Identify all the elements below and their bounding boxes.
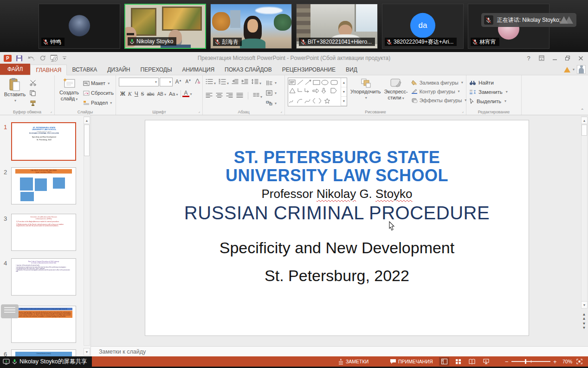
slide-thumbnail-6[interactable]: Criminal division (criteria) xyxy=(11,349,76,356)
bold-button[interactable]: Ж xyxy=(119,91,127,97)
slideshow-view-button[interactable] xyxy=(481,357,491,366)
slide-scrollbar[interactable] xyxy=(581,116,588,308)
grow-font-button[interactable]: А▲ xyxy=(174,79,183,85)
clear-formatting-button[interactable] xyxy=(194,79,200,85)
align-center-button[interactable] xyxy=(216,92,223,99)
customize-qat-button[interactable] xyxy=(63,56,66,60)
tab-file[interactable]: ФАЙЛ xyxy=(0,64,30,75)
scroll-up-button[interactable]: ▲ xyxy=(581,117,588,124)
shapes-scrollbar[interactable]: ▲▼▼ xyxy=(341,78,347,106)
previous-slide-button[interactable]: ▲▲ xyxy=(581,312,587,318)
slide-professor-line[interactable]: Professor Nikolay G. Stoyko xyxy=(145,187,529,201)
zoom-in-button[interactable]: + xyxy=(553,356,557,367)
dialog-launcher[interactable] xyxy=(49,109,53,114)
zoom-level[interactable]: 70% xyxy=(562,356,572,367)
align-text-button[interactable] xyxy=(266,89,277,97)
minimize-button[interactable] xyxy=(548,52,561,64)
ribbon-display-options-button[interactable] xyxy=(535,52,548,64)
participant-tile-bit-student[interactable]: BIT+3820221041+Hiero... xyxy=(296,4,378,49)
format-painter-button[interactable] xyxy=(30,100,37,108)
cut-button[interactable] xyxy=(30,79,37,88)
activation-warning-icon[interactable] xyxy=(564,67,570,72)
slide-sorter-view-button[interactable] xyxy=(453,357,463,366)
start-slideshow-button[interactable] xyxy=(50,55,58,62)
strikethrough-button[interactable]: S xyxy=(140,91,146,98)
zoom-slider[interactable] xyxy=(511,356,550,367)
shape-effects-button[interactable]: Эффекты фигуры xyxy=(411,97,467,104)
change-case-button[interactable]: Aa xyxy=(168,91,179,97)
columns-button[interactable] xyxy=(253,92,262,99)
collapse-ribbon-button[interactable]: ⌃ xyxy=(581,108,584,113)
paste-button[interactable]: Вставить xyxy=(3,78,27,107)
participant-tile-saida[interactable]: da 3820222049+赛达+Ari... xyxy=(382,4,464,49)
dialog-launcher[interactable] xyxy=(460,109,465,114)
tab-insert[interactable]: ВСТАВКА xyxy=(67,64,102,75)
scrollbar-thumb[interactable] xyxy=(582,125,587,136)
dialog-launcher[interactable] xyxy=(279,109,284,114)
underline-button[interactable]: Ч xyxy=(133,91,140,97)
slide-thumbnail-3[interactable]: Directions of codification of the Russia… xyxy=(11,214,76,251)
convert-to-smartart-button[interactable] xyxy=(266,99,277,107)
chevron-down-icon[interactable] xyxy=(190,92,192,96)
font-color-button[interactable]: А xyxy=(182,91,189,97)
font-name-select[interactable] xyxy=(119,78,159,86)
slide-subtitle-1[interactable]: Specificity and New Development xyxy=(145,239,529,257)
slide-canvas[interactable]: ST. PETERSBURG STATE UNIVERSITY LAW SCHO… xyxy=(145,120,529,336)
save-button[interactable] xyxy=(16,55,23,62)
slide-thumbnail-2[interactable]: THE FIRST POST-SOVIET REFORMS ('quiet' r… xyxy=(11,167,76,204)
section-button[interactable]: Раздел xyxy=(83,99,114,107)
scrollbar-thumb[interactable] xyxy=(84,125,90,156)
zoom-out-button[interactable]: − xyxy=(505,356,509,367)
justify-button[interactable] xyxy=(236,92,243,99)
arrange-button[interactable]: Упорядочить xyxy=(350,78,381,107)
comments-toggle-button[interactable]: ПРИМЕЧАНИЯ xyxy=(390,356,433,367)
notes-pane[interactable]: Заметки к слайду xyxy=(91,346,588,357)
shape-fill-button[interactable]: Заливка фигуры xyxy=(411,79,467,86)
slide-thumbnail-1[interactable]: ST. PETERSBURG STATE UNIVERSITY LAW SCHO… xyxy=(11,122,76,161)
normal-view-button[interactable] xyxy=(439,357,449,366)
participant-tile-nikolay-stoyko[interactable]: Nikolay Stoyko xyxy=(124,4,206,49)
chevron-down-icon[interactable] xyxy=(573,67,575,72)
next-slide-button[interactable]: ▼▼ xyxy=(581,322,587,328)
help-button[interactable]: ? xyxy=(522,52,535,64)
tab-design[interactable]: ДИЗАЙН xyxy=(102,64,135,75)
text-direction-button[interactable] xyxy=(266,79,277,87)
shrink-font-button[interactable]: А▼ xyxy=(184,79,193,84)
select-button[interactable]: Выделить xyxy=(469,97,519,105)
increase-indent-button[interactable] xyxy=(241,79,248,85)
participant-tile-penghaiqing[interactable]: 彭海青 xyxy=(210,4,292,49)
decrease-indent-button[interactable] xyxy=(232,79,239,85)
user-account-icon[interactable] xyxy=(577,65,586,74)
scroll-up-button[interactable]: ▲ xyxy=(84,117,90,124)
find-button[interactable]: Найти xyxy=(469,79,519,86)
shapes-gallery[interactable]: ▲▼▼ xyxy=(288,78,347,106)
copy-button[interactable] xyxy=(30,90,37,98)
character-spacing-button[interactable]: АВ xyxy=(156,92,168,97)
italic-button[interactable]: К xyxy=(127,91,133,98)
slide-heading-line1[interactable]: ST. PETERSBURG STATE xyxy=(145,148,529,166)
participant-tile-zhongming[interactable]: 钟鸣 xyxy=(39,4,120,49)
dialog-launcher[interactable] xyxy=(197,109,201,114)
close-button[interactable] xyxy=(574,52,587,64)
zoom-slider-handle[interactable] xyxy=(525,359,526,364)
numbering-button[interactable] xyxy=(219,79,229,85)
notes-toggle-button[interactable]: ЗАМЕТКИ xyxy=(338,356,368,367)
reset-button[interactable]: Сбросить xyxy=(83,89,114,97)
slide-heading-line2[interactable]: UNIVERSITY LAW SCHOOL xyxy=(145,166,529,184)
fit-to-window-button[interactable] xyxy=(576,356,582,367)
tab-review[interactable]: РЕЦЕНЗИРОВАНИЕ xyxy=(277,64,341,75)
shape-outline-button[interactable]: Контур фигуры xyxy=(411,88,467,95)
align-left-button[interactable] xyxy=(206,92,213,99)
redo-button[interactable] xyxy=(39,55,46,61)
slide-main-title[interactable]: RUSSIAN CRIMINAL PROCEDURE xyxy=(145,203,529,223)
reading-view-button[interactable] xyxy=(467,357,477,366)
tab-slideshow[interactable]: ПОКАЗ СЛАЙДОВ xyxy=(220,64,277,75)
font-size-select[interactable] xyxy=(160,78,173,86)
line-spacing-button[interactable] xyxy=(251,79,261,85)
quick-styles-button[interactable]: Экспресс- стили xyxy=(384,78,407,107)
powerpoint-app-icon[interactable]: P xyxy=(4,55,12,62)
slide-thumbnail-4[interactable]: New Code of Criminal Procedure of 2001 (… xyxy=(11,258,76,296)
new-slide-button[interactable]: Создать слайд xyxy=(58,78,81,107)
tab-transitions[interactable]: ПЕРЕХОДЫ xyxy=(136,64,177,75)
align-right-button[interactable] xyxy=(226,92,233,99)
